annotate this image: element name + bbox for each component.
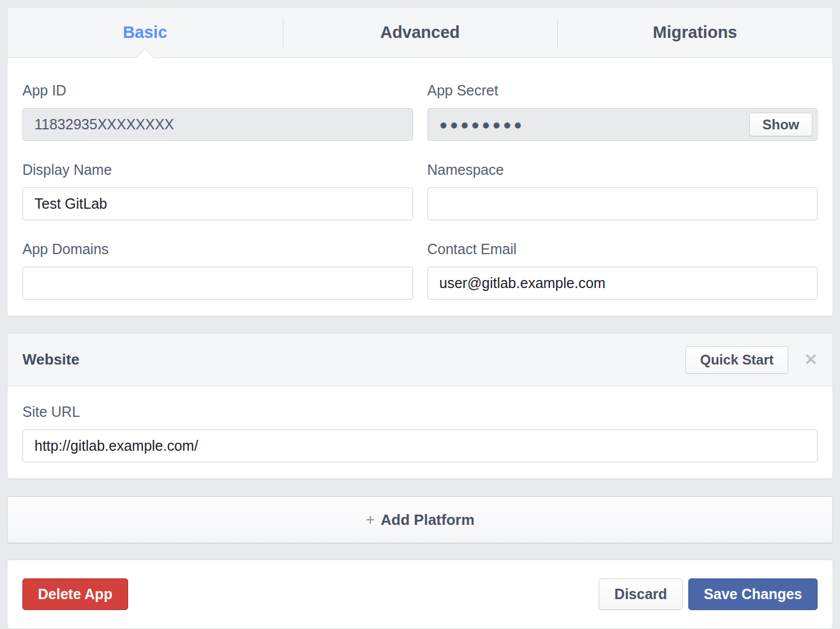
remove-platform-icon[interactable]: ✕	[804, 352, 818, 368]
app-secret-label: App Secret	[427, 82, 818, 99]
namespace-field-group: Namespace	[427, 162, 818, 220]
display-name-label: Display Name	[22, 162, 413, 178]
website-section-header: Website Quick Start ✕	[7, 333, 833, 386]
display-name-field-group: Display Name	[22, 162, 413, 220]
contact-email-label: Contact Email	[427, 241, 818, 258]
app-secret-wrapper: Show	[427, 108, 818, 141]
save-changes-button[interactable]: Save Changes	[688, 578, 818, 610]
discard-button[interactable]: Discard	[599, 578, 683, 610]
website-platform-card: Website Quick Start ✕ Site URL	[7, 333, 833, 479]
app-domains-input[interactable]	[22, 267, 413, 300]
site-url-label: Site URL	[22, 404, 818, 420]
show-secret-button[interactable]: Show	[749, 113, 812, 136]
app-id-field-group: App ID	[22, 82, 413, 141]
plus-icon: +	[365, 511, 375, 529]
contact-email-input[interactable]	[427, 267, 818, 300]
display-name-input[interactable]	[22, 187, 413, 220]
app-secret-field-group: App Secret Show	[427, 82, 818, 141]
tab-basic[interactable]: Basic	[7, 7, 283, 57]
tab-basic-label: Basic	[123, 23, 167, 42]
site-url-input[interactable]	[22, 429, 818, 462]
namespace-input[interactable]	[427, 187, 818, 220]
contact-email-field-group: Contact Email	[427, 241, 818, 300]
footer-action-bar: Delete App Discard Save Changes	[7, 559, 833, 629]
basic-settings-form: App ID App Secret Show Display Name Name…	[7, 58, 833, 316]
add-platform-label: Add Platform	[381, 511, 475, 529]
app-id-label: App ID	[22, 82, 413, 99]
website-section-title: Website	[22, 351, 79, 369]
app-domains-field-group: App Domains	[22, 241, 413, 300]
tab-advanced-label: Advanced	[380, 23, 460, 42]
tab-migrations-label: Migrations	[653, 23, 737, 42]
tab-advanced[interactable]: Advanced	[283, 7, 558, 57]
website-section-body: Site URL	[7, 386, 833, 478]
namespace-label: Namespace	[427, 162, 818, 178]
settings-tabbar: Basic Advanced Migrations	[7, 7, 833, 58]
app-id-input	[22, 108, 413, 141]
delete-app-button[interactable]: Delete App	[22, 578, 128, 610]
quick-start-button[interactable]: Quick Start	[685, 346, 788, 374]
app-domains-label: App Domains	[22, 241, 413, 258]
app-settings-card: Basic Advanced Migrations App ID App Sec…	[7, 7, 833, 316]
add-platform-button[interactable]: + Add Platform	[7, 496, 833, 543]
tab-migrations[interactable]: Migrations	[557, 7, 833, 57]
